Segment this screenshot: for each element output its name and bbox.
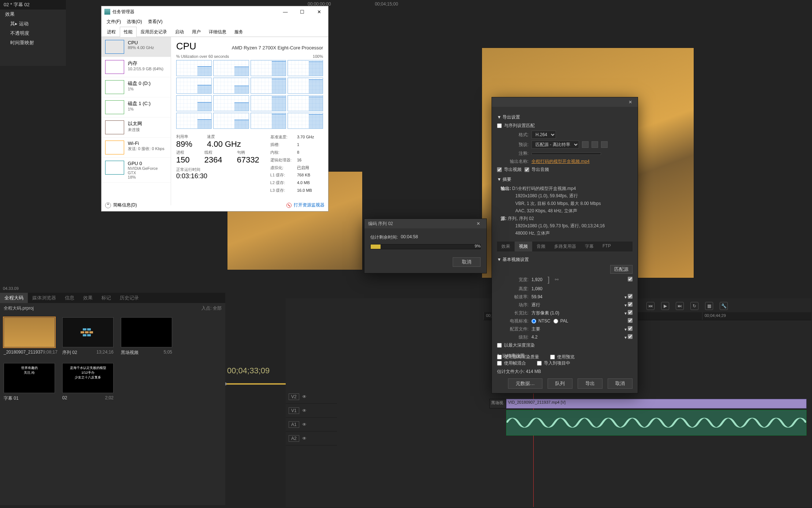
forward-icon[interactable]: ⏭ <box>676 302 684 310</box>
export-audio-checkbox[interactable] <box>524 167 529 172</box>
fx-row[interactable]: 其▸ 运动 <box>0 19 66 29</box>
match-check[interactable] <box>628 277 633 281</box>
bin-item[interactable]: _20180907_2119379;08;17 <box>4 317 55 356</box>
track-header[interactable]: V2👁 <box>286 390 337 404</box>
perf-sidebar-item[interactable]: 磁盘 1 (C:)1% <box>101 97 171 117</box>
perf-sidebar-item[interactable]: 磁盘 0 (D:)1% <box>101 77 171 97</box>
export-subtab[interactable]: 效果 <box>497 242 515 251</box>
project-tab[interactable]: 效果 <box>79 293 97 303</box>
height-value[interactable]: 1,080 <box>531 286 542 291</box>
perf-sidebar-item[interactable]: 内存10.2/15.9 GB (64%) <box>101 57 171 77</box>
profile-value[interactable]: 主要 <box>531 326 540 332</box>
bin-item[interactable]: 世界有趣的 关注,给字幕 01 <box>4 363 55 401</box>
width-value[interactable]: 1,920 <box>531 277 542 282</box>
match-source-button[interactable]: 匹配源 <box>610 265 633 274</box>
tm-tab[interactable]: 用户 <box>188 27 205 37</box>
close-icon[interactable]: ✕ <box>626 100 635 105</box>
track-header[interactable]: A1👁 <box>286 418 337 432</box>
metadata-button[interactable]: 元数据… <box>508 378 542 389</box>
queue-button[interactable]: 队列 <box>548 378 572 389</box>
match-check[interactable] <box>628 310 633 315</box>
safe-icon[interactable]: ▦ <box>705 302 713 310</box>
import-project-checkbox[interactable] <box>537 361 542 366</box>
cpu-core-grid[interactable] <box>176 60 323 129</box>
track-header[interactable]: A2👁 <box>286 432 337 445</box>
export-subtab[interactable]: FTP <box>598 242 615 251</box>
project-tab[interactable]: 历史记录 <box>115 293 143 303</box>
fewer-details-button[interactable]: ⌃简略信息(D) <box>105 202 137 208</box>
tm-tab[interactable]: 启动 <box>171 27 188 37</box>
perf-sidebar-item[interactable]: Wi-Fi发送: 0 接收: 0 Kbps <box>101 138 171 158</box>
perf-sidebar-item[interactable]: GPU 0NVIDIA GeForce GTX18% <box>101 158 171 183</box>
output-name-link[interactable]: 全程打码的模型开盒视频.mp4 <box>531 158 590 165</box>
field-value[interactable]: 逐行 <box>531 302 540 308</box>
export-video-checkbox[interactable] <box>497 167 502 172</box>
menu-item[interactable]: 文件(F) <box>104 18 123 26</box>
match-check[interactable] <box>628 318 633 323</box>
loop-icon[interactable]: ↻ <box>690 302 698 310</box>
fps-value[interactable]: 59.94 <box>531 294 542 299</box>
import-preset-icon[interactable] <box>592 141 598 148</box>
delete-preset-icon[interactable] <box>601 141 608 148</box>
comment-field[interactable] <box>531 153 601 155</box>
dialog-titlebar[interactable]: 编码 序列 02 ✕ <box>364 219 486 228</box>
minimize-icon[interactable]: — <box>277 6 294 17</box>
cancel-button[interactable]: 取消 <box>608 378 633 389</box>
menu-item[interactable]: 选项(O) <box>125 18 144 26</box>
backward-icon[interactable]: ⏮ <box>646 302 655 310</box>
project-tab[interactable]: 全程大码 <box>0 293 28 303</box>
tv-pal-radio[interactable] <box>553 319 558 324</box>
export-subtab[interactable]: 视频 <box>515 242 532 251</box>
perf-sidebar-item[interactable]: CPU89% 4.00 GHz <box>101 37 171 57</box>
max-depth-checkbox[interactable] <box>497 343 502 348</box>
close-icon[interactable]: ✕ <box>474 221 483 226</box>
bin-item[interactable]: 黑场视频5;05 <box>121 317 172 356</box>
preset-select[interactable]: 匹配源 - 高比特率 <box>531 141 579 149</box>
menu-item[interactable]: 查看(V) <box>146 18 165 26</box>
dialog-titlebar[interactable]: ✕ <box>492 97 638 107</box>
track-header[interactable]: V1👁 <box>286 404 337 418</box>
tm-tab[interactable]: 进程 <box>103 27 120 37</box>
frame-blend-checkbox[interactable] <box>497 361 502 366</box>
close-icon[interactable]: ✕ <box>311 6 327 17</box>
link-icon[interactable]: ] <box>545 276 552 284</box>
tm-tab[interactable]: 详细信息 <box>205 27 230 37</box>
export-subtab[interactable]: 多路复用器 <box>550 242 581 251</box>
match-check[interactable] <box>628 326 633 331</box>
tm-tab[interactable]: 应用历史记录 <box>137 27 171 37</box>
tm-tab[interactable]: 性能 <box>120 27 137 37</box>
clip-audio[interactable] <box>506 410 807 436</box>
fx-row[interactable]: 不透明度 <box>0 29 66 38</box>
max-quality-checkbox[interactable] <box>497 355 502 359</box>
export-subtab[interactable]: 字幕 <box>581 242 598 251</box>
export-button[interactable]: 导出 <box>578 378 602 389</box>
match-sequence-checkbox[interactable] <box>497 123 502 128</box>
wrench-icon[interactable]: 🔧 <box>720 302 728 310</box>
export-subtab[interactable]: 音频 <box>532 242 550 251</box>
fx-row[interactable]: 效果 <box>0 10 66 19</box>
project-tab[interactable]: 信息 <box>60 293 79 303</box>
tm-tab[interactable]: 服务 <box>230 27 247 37</box>
maximize-icon[interactable]: ☐ <box>294 6 311 17</box>
bin-item[interactable]: 序列 0213;24;16 <box>62 317 114 356</box>
effect-controls-tab[interactable]: 02 * 字幕 02 <box>0 0 66 10</box>
open-resource-monitor-link[interactable]: 打开资源监视器 <box>286 202 325 208</box>
play-icon[interactable]: ▶ <box>661 302 669 310</box>
clip-video[interactable]: VID_20180907_211937.mp4 [V] <box>506 399 807 408</box>
use-preview-checkbox[interactable] <box>550 355 555 359</box>
window-titlebar[interactable]: 任务管理器 — ☐ ✕ <box>101 6 328 17</box>
project-tab[interactable]: 标记 <box>97 293 115 303</box>
aspect-value[interactable]: 方形像素 (1.0) <box>531 310 559 316</box>
fx-row[interactable]: 时间重映射 <box>0 38 66 48</box>
save-preset-icon[interactable] <box>582 141 589 148</box>
perf-sidebar-item[interactable]: 以太网未连接 <box>101 117 171 138</box>
format-select[interactable]: H.264 <box>531 131 556 139</box>
level-value[interactable]: 4.2 <box>531 335 538 340</box>
match-check[interactable] <box>628 302 633 307</box>
in-value[interactable]: 全部 <box>213 306 222 311</box>
match-check[interactable] <box>628 334 633 339</box>
project-tab[interactable]: 媒体浏览器 <box>28 293 60 303</box>
match-check[interactable] <box>628 294 633 299</box>
cancel-button[interactable]: 取消 <box>453 257 481 267</box>
bin-item[interactable]: 是海千水认定失败的模型 1/12手办 少女之十八反复多022;02 <box>62 363 114 401</box>
